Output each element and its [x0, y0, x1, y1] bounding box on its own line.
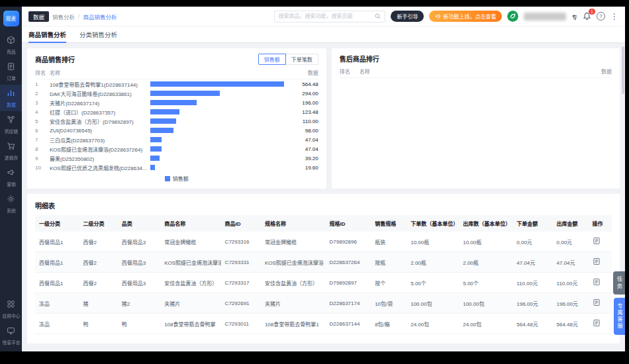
task-float-button[interactable]: 任务 — [613, 271, 625, 295]
sidebar-item-label: 供应链 — [4, 128, 17, 134]
promo-button[interactable]: 新功能上线，点击查看 — [429, 11, 502, 22]
detail-col-header-8: 下单数（基本单位） — [407, 215, 459, 232]
detail-cell-10: 110.00元 — [512, 273, 552, 293]
sidebar-item-data[interactable]: 数据 — [0, 85, 22, 111]
detail-cell-10: 564.48元 — [512, 314, 552, 334]
sales-bar[interactable] — [150, 118, 176, 124]
detail-cell-11: 0.00元 — [553, 232, 589, 252]
sales-rank-row: 9藤果(D252350802)39.20 — [35, 154, 318, 163]
detail-table-row: 冻品鸭鸭108食堂带筋去骨鸭掌C7293011108食堂带筋去骨鸭掌1D2286… — [35, 314, 612, 334]
detail-cell-8: 5.00个 — [407, 273, 459, 293]
detail-cell-1: 西餐2 — [79, 252, 118, 273]
sidebar-item-label: 信息平台 — [2, 340, 20, 345]
product-name[interactable]: ZUI(D240736545) — [50, 128, 150, 134]
product-name[interactable]: KOS熙缇已优质之选黑烟发梳(D228634296) — [50, 164, 150, 171]
product-name[interactable]: 108食堂带筋去骨鸭掌1(D228637144) — [50, 81, 150, 88]
sidebar-item-goods[interactable]: 商品 — [0, 32, 22, 58]
sales-value: 39.20 — [288, 156, 318, 161]
chart-legend[interactable]: 销售额 — [35, 175, 318, 182]
app-logo[interactable]: 观麦 — [3, 11, 19, 26]
avatar[interactable] — [507, 11, 518, 22]
detail-cell-6: D228637264 — [326, 252, 371, 273]
product-name[interactable]: 安佳含盐黄油（方形）(D79892897) — [50, 118, 150, 125]
product-name[interactable]: DAK大可海苔脆味卷(D228633861) — [50, 90, 150, 97]
detail-col-header-2: 品类 — [118, 215, 160, 232]
row-detail-icon[interactable] — [593, 298, 601, 306]
sales-bar[interactable] — [150, 146, 162, 152]
inventory-icon — [7, 141, 15, 153]
sidebar-item-label: 应用中心 — [2, 313, 20, 319]
row-detail-icon[interactable] — [593, 257, 601, 265]
detail-table-row: 西餐用品1西餐2西餐用品3安佳含盐黄油（方形）C7293317安佳含盐黄油（方形… — [35, 273, 612, 293]
sales-rank-row: 4红提（进口）(D228637357)123.48 — [35, 107, 318, 116]
system-icon — [7, 194, 15, 206]
toggle-order-count[interactable]: 下单笔数 — [285, 54, 318, 65]
product-name[interactable]: 藤果(D252350802) — [50, 155, 150, 162]
detail-cell-operation — [589, 273, 612, 293]
data-icon — [7, 88, 15, 100]
tab-product-sales-analysis[interactable]: 商品销售分析 — [28, 26, 66, 42]
product-name[interactable]: 红提（进口）(D228637357) — [50, 109, 150, 116]
row-detail-icon[interactable] — [593, 278, 601, 286]
rank-number: 5 — [35, 118, 50, 124]
search-icon[interactable] — [374, 13, 381, 20]
col-value: 数据 — [579, 68, 612, 75]
product-name[interactable]: 三白瓜类(D228637703) — [50, 136, 150, 144]
sidebar-item-inventory[interactable]: 进销存 — [0, 138, 22, 164]
username-blurred[interactable] — [524, 13, 566, 21]
sales-bar[interactable] — [150, 137, 162, 142]
supply-icon — [7, 114, 15, 126]
sidebar-item-orders[interactable]: 订单 — [0, 58, 22, 85]
product-name[interactable]: 夹猪片(D228637174) — [50, 99, 150, 107]
detail-cell-10: 0.00元 — [512, 232, 552, 252]
product-name[interactable]: KOS熙缇已金烯泡沫摩浴(D228637264) — [50, 146, 150, 153]
customer-service-float-button[interactable]: 专属客服 — [614, 298, 625, 335]
more-menu-icon[interactable]: ⋮ — [610, 13, 618, 21]
sales-bar[interactable] — [150, 156, 160, 161]
sales-bar[interactable] — [150, 81, 284, 87]
global-search[interactable] — [274, 11, 385, 23]
tab-category-sales-analysis[interactable]: 分类销售分析 — [79, 26, 117, 42]
notification-bell[interactable]: 1 — [583, 12, 591, 21]
sales-bar[interactable] — [150, 165, 155, 170]
sales-bar[interactable] — [150, 109, 179, 114]
detail-cell-5: 常冠金牌橄榄 — [261, 232, 326, 252]
breadcrumb-root[interactable]: 数据 — [28, 11, 49, 22]
toggle-sales-amount[interactable]: 销售额 — [258, 54, 286, 65]
page-scrollbar[interactable] — [622, 46, 624, 94]
sales-rank-title: 商品销售排行 — [35, 54, 75, 64]
sales-bar[interactable] — [150, 100, 197, 105]
row-detail-icon[interactable] — [593, 237, 601, 245]
detail-cell-1: 鸭 — [79, 314, 118, 334]
detail-col-header-1: 二级分类 — [79, 215, 118, 232]
sales-bar[interactable] — [150, 128, 173, 133]
sidebar-item-platform[interactable]: 信息平台 — [0, 322, 22, 349]
help-icon[interactable]: ? — [597, 12, 605, 21]
guide-button[interactable]: 新手引导 — [391, 11, 424, 22]
platform-icon — [7, 326, 15, 338]
sidebar-item-supply[interactable]: 供应链 — [0, 111, 22, 138]
detail-cell-operation — [589, 232, 612, 252]
promo-button-label: 新功能上线，点击查看 — [443, 13, 496, 20]
breadcrumb-section[interactable]: 销售分析 — [52, 13, 75, 21]
row-detail-icon[interactable] — [593, 319, 601, 327]
detail-cell-7: 8包/箱 — [371, 314, 407, 334]
detail-cell-6: D228637174 — [326, 293, 371, 314]
rank-number: 4 — [35, 109, 50, 115]
sidebar-item-system[interactable]: 系统 — [0, 191, 22, 217]
detail-col-header-0: 一级分类 — [35, 215, 79, 232]
detail-cell-9: 10.00瓶 — [459, 232, 512, 252]
detail-cell-2: 西餐用品3 — [118, 252, 160, 273]
sidebar-item-label: 进销存 — [4, 155, 17, 161]
detail-cell-8: 24.00包 — [407, 314, 459, 334]
sidebar-item-apps[interactable]: 应用中心 — [0, 296, 22, 322]
detail-cell-0: 冻品 — [35, 293, 79, 314]
bar-track — [150, 128, 288, 133]
search-input[interactable] — [278, 13, 374, 19]
detail-cell-0: 西餐用品1 — [35, 252, 79, 273]
sidebar-item-marketing[interactable]: 营销 — [0, 164, 22, 191]
sales-bar[interactable] — [150, 91, 220, 96]
detail-cell-7: 按个 — [371, 273, 407, 293]
detail-cell-8: 100.00包 — [407, 293, 459, 314]
metric-toggle: 销售额 下单笔数 — [258, 54, 318, 65]
